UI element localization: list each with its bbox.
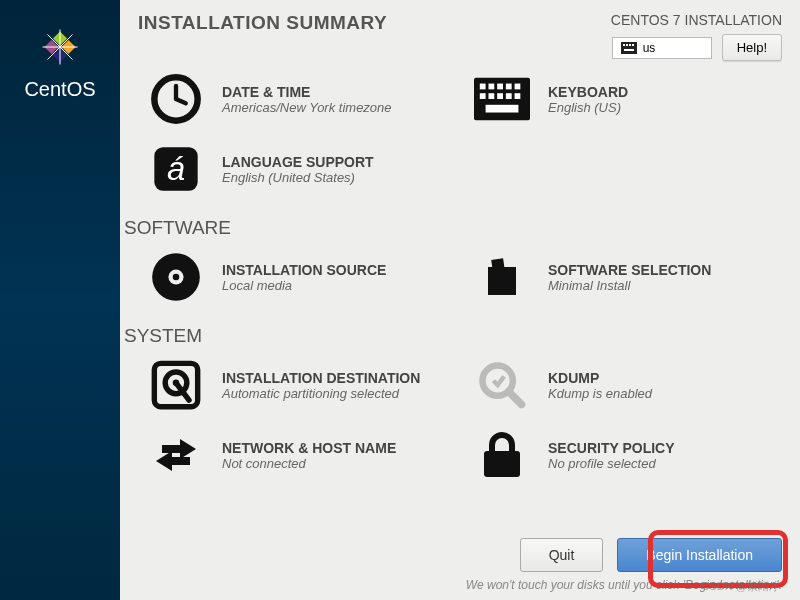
footer: Quit Begin Installation We won't touch y… xyxy=(120,526,800,600)
spoke-security[interactable]: SECURITY POLICYNo profile selected xyxy=(474,423,780,487)
svg-rect-20 xyxy=(497,84,503,90)
spoke-destination[interactable]: INSTALLATION DESTINATIONAutomatic partit… xyxy=(148,353,454,417)
kb-layout-text: us xyxy=(643,41,656,55)
item-sub: English (United States) xyxy=(222,170,374,185)
quit-button[interactable]: Quit xyxy=(520,538,604,572)
page-title: INSTALLATION SUMMARY xyxy=(138,12,387,34)
spoke-keyboard[interactable]: KEYBOARDEnglish (US) xyxy=(474,67,780,131)
svg-rect-12 xyxy=(632,44,634,46)
item-sub: Kdump is enabled xyxy=(548,386,652,401)
item-title: KEYBOARD xyxy=(548,84,628,100)
svg-rect-22 xyxy=(515,84,521,90)
svg-point-33 xyxy=(173,274,180,281)
keyboard-icon xyxy=(474,71,530,127)
product-label: CENTOS 7 INSTALLATION xyxy=(611,12,782,28)
svg-rect-28 xyxy=(486,105,519,113)
svg-rect-39 xyxy=(484,451,520,477)
centos-logo-icon xyxy=(35,22,85,72)
item-title: INSTALLATION DESTINATION xyxy=(222,370,420,386)
brand-name: CentOS xyxy=(24,78,95,101)
spoke-kdump[interactable]: KDUMPKdump is enabled xyxy=(474,353,780,417)
content: DATE & TIMEAmericas/New York timezone KE… xyxy=(120,67,800,526)
svg-rect-18 xyxy=(480,84,486,90)
item-title: NETWORK & HOST NAME xyxy=(222,440,396,456)
svg-line-38 xyxy=(509,392,522,405)
svg-rect-11 xyxy=(629,44,631,46)
item-sub: Not connected xyxy=(222,456,396,471)
network-icon xyxy=(148,427,204,483)
spoke-network[interactable]: NETWORK & HOST NAMENot connected xyxy=(148,423,454,487)
help-button[interactable]: Help! xyxy=(722,34,782,61)
spoke-datetime[interactable]: DATE & TIMEAmericas/New York timezone xyxy=(148,67,454,131)
harddisk-icon xyxy=(148,357,204,413)
begin-installation-button[interactable]: Begin Installation xyxy=(617,538,782,572)
clock-icon xyxy=(148,71,204,127)
spoke-language[interactable]: á LANGUAGE SUPPORTEnglish (United States… xyxy=(148,137,454,201)
svg-rect-9 xyxy=(623,44,625,46)
watermark: CSDN @紫陌才 xyxy=(702,579,780,594)
item-title: INSTALLATION SOURCE xyxy=(222,262,386,278)
main: INSTALLATION SUMMARY CENTOS 7 INSTALLATI… xyxy=(120,0,800,600)
item-title: SECURITY POLICY xyxy=(548,440,675,456)
spoke-source[interactable]: INSTALLATION SOURCELocal media xyxy=(148,245,454,309)
magnifier-icon xyxy=(474,357,530,413)
svg-rect-25 xyxy=(497,93,503,99)
topbar: INSTALLATION SUMMARY CENTOS 7 INSTALLATI… xyxy=(120,0,800,67)
item-sub: Automatic partitioning selected xyxy=(222,386,420,401)
language-icon: á xyxy=(148,141,204,197)
item-sub: No profile selected xyxy=(548,456,675,471)
svg-rect-27 xyxy=(515,93,521,99)
svg-rect-19 xyxy=(488,84,494,90)
item-sub: Minimal Install xyxy=(548,278,711,293)
svg-line-16 xyxy=(176,99,186,103)
svg-rect-8 xyxy=(621,42,637,54)
lock-icon xyxy=(474,427,530,483)
category-system: SYSTEM xyxy=(120,317,790,353)
package-icon xyxy=(474,249,530,305)
spoke-software[interactable]: SOFTWARE SELECTIONMinimal Install xyxy=(474,245,780,309)
svg-rect-24 xyxy=(488,93,494,99)
svg-rect-13 xyxy=(624,49,634,51)
item-sub: Local media xyxy=(222,278,386,293)
svg-rect-26 xyxy=(506,93,512,99)
svg-rect-23 xyxy=(480,93,486,99)
item-title: DATE & TIME xyxy=(222,84,392,100)
keyboard-mini-icon xyxy=(621,42,637,54)
sidebar: CentOS xyxy=(0,0,120,600)
svg-rect-21 xyxy=(506,84,512,90)
item-title: SOFTWARE SELECTION xyxy=(548,262,711,278)
svg-text:á: á xyxy=(167,151,185,187)
item-title: LANGUAGE SUPPORT xyxy=(222,154,374,170)
item-sub: Americas/New York timezone xyxy=(222,100,392,115)
svg-rect-10 xyxy=(626,44,628,46)
item-sub: English (US) xyxy=(548,100,628,115)
item-title: KDUMP xyxy=(548,370,652,386)
disc-icon xyxy=(148,249,204,305)
category-software: SOFTWARE xyxy=(120,209,790,245)
keyboard-layout-indicator[interactable]: us xyxy=(612,37,712,59)
